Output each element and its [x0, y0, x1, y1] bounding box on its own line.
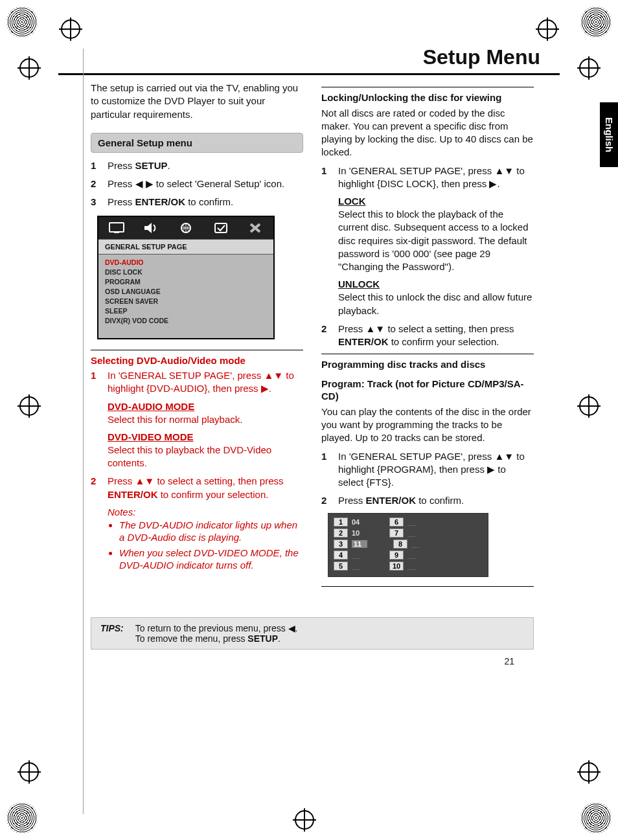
track-cell: 4__ — [334, 551, 363, 560]
crop-mark-icon — [580, 6, 612, 38]
track-value: __ — [407, 529, 419, 537]
track-row: 4__9__ — [334, 551, 483, 560]
mode-dvd-video: DVD-VIDEO MODE — [108, 431, 303, 442]
step-text: Press ◀ ▶ to select 'General Setup' icon… — [108, 177, 303, 190]
step-text: Press ENTER/OK to confirm. — [338, 494, 534, 507]
track-slot-number: 8 — [393, 539, 407, 549]
step-text: Press ▲▼ to select a setting, then press… — [108, 475, 303, 501]
step-number: 2 — [321, 494, 332, 507]
speaker-icon — [137, 221, 166, 235]
tips-box: TIPS: To return to the previous menu, pr… — [91, 617, 534, 650]
page-margin-rule — [83, 49, 84, 814]
track-row: 5__10__ — [334, 562, 483, 571]
lock-step-2: 2 Press ▲▼ to select a setting, then pre… — [321, 323, 534, 349]
track-slot-number: 10 — [389, 562, 404, 571]
track-value: __ — [407, 551, 419, 559]
left-right-arrow-icon: ◀ ▶ — [135, 178, 154, 189]
registration-mark-icon — [19, 396, 39, 416]
section-rule — [321, 586, 534, 587]
header-rule — [58, 73, 560, 75]
svg-rect-1 — [114, 232, 119, 233]
track-value: __ — [352, 551, 363, 559]
close-icon — [241, 221, 269, 235]
step-number: 2 — [321, 323, 332, 349]
lock-intro: Not all discs are rated or coded by the … — [321, 107, 534, 159]
language-tab: English — [600, 102, 618, 167]
step-text: Press ENTER/OK to confirm. — [108, 196, 303, 209]
track-slot-number: 9 — [389, 551, 404, 560]
general-step-2: 2 Press ◀ ▶ to select 'General Setup' ic… — [91, 177, 303, 190]
registration-mark-icon — [579, 762, 599, 782]
subheading-programming: Programming disc tracks and discs — [321, 354, 534, 371]
right-arrow-icon: ▶ — [261, 383, 269, 394]
track-slot-number: 1 — [334, 517, 348, 527]
note-item: The DVD-AUDIO indicator lights up when a… — [119, 519, 303, 544]
step-number: 1 — [91, 159, 101, 172]
osd-menu-list: DVD-AUDIO DISC LOCK PROGRAM OSD LANGUAGE… — [98, 255, 273, 338]
mode-dvd-audio: DVD-AUDIO MODE — [108, 401, 303, 412]
prog-step-2: 2 Press ENTER/OK to confirm. — [321, 494, 534, 507]
up-down-arrow-icon: ▲▼ — [494, 451, 514, 462]
track-slot-number: 4 — [334, 551, 348, 560]
step-text: In 'GENERAL SETUP PAGE', press ▲▼ to hig… — [338, 165, 534, 191]
svg-rect-4 — [215, 223, 227, 233]
osd-title: GENERAL SETUP PAGE — [98, 239, 273, 255]
track-row: 3118__ — [334, 539, 483, 549]
mode-dvd-video-text: Select this to playback the DVD-Video co… — [108, 444, 303, 470]
step-number: 3 — [91, 196, 101, 209]
general-step-3: 3 Press ENTER/OK to confirm. — [91, 196, 303, 209]
page-number: 21 — [91, 656, 534, 666]
checkbox-icon — [207, 221, 235, 235]
left-column: The setup is carried out via the TV, ena… — [91, 82, 303, 591]
general-step-1: 1 Press SETUP. — [91, 159, 303, 172]
dvdav-step-1: 1 In 'GENERAL SETUP PAGE', press ▲▼ to h… — [91, 369, 303, 396]
notes-label: Notes: — [108, 506, 303, 517]
track-slot-number: 6 — [389, 517, 404, 527]
crop-mark-icon — [6, 802, 38, 834]
track-value: 04 — [352, 518, 363, 526]
osd-item: PROGRAM — [105, 278, 267, 286]
manual-page: Setup Menu English The setup is carried … — [0, 0, 618, 840]
page-title: Setup Menu — [58, 45, 560, 69]
track-cell: 6__ — [389, 517, 419, 527]
section-general-setup: General Setup menu — [91, 133, 303, 153]
osd-item: DISC LOCK — [105, 268, 267, 276]
track-row: 2107__ — [334, 528, 483, 538]
track-value: __ — [407, 562, 419, 570]
step-text: In 'GENERAL SETUP PAGE', press ▲▼ to hig… — [108, 369, 303, 396]
prog-step-1: 1 In 'GENERAL SETUP PAGE', press ▲▼ to h… — [321, 450, 534, 490]
registration-mark-icon — [19, 58, 39, 78]
left-arrow-icon: ◀ — [288, 623, 295, 633]
registration-mark-icon — [538, 19, 557, 39]
step-number: 1 — [321, 450, 332, 490]
track-cell: 7__ — [389, 528, 419, 538]
track-slot-number: 5 — [334, 562, 348, 571]
globe-icon — [172, 221, 200, 235]
right-column: Locking/Unlocking the disc for viewing N… — [321, 82, 534, 591]
right-arrow-icon: ▶ — [489, 178, 497, 189]
content-columns: The setup is carried out via the TV, ena… — [91, 82, 534, 591]
osd-item-selected: DVD-AUDIO — [105, 258, 267, 266]
intro-text: The setup is carried out via the TV, ena… — [91, 82, 303, 121]
track-value: 10 — [352, 529, 363, 537]
option-unlock-text: Select this to unlock the disc and allow… — [338, 291, 534, 317]
svg-marker-2 — [144, 223, 152, 233]
registration-mark-icon — [579, 58, 599, 78]
dvdav-step-2: 2 Press ▲▼ to select a setting, then pre… — [91, 475, 303, 501]
osd-tab-bar — [98, 217, 273, 239]
step-text: Press ▲▼ to select a setting, then press… — [338, 323, 534, 349]
registration-mark-icon — [61, 19, 80, 39]
svg-rect-0 — [109, 223, 124, 232]
step-text: In 'GENERAL SETUP PAGE', press ▲▼ to hig… — [338, 450, 534, 490]
osd-item: SLEEP — [105, 307, 267, 315]
track-cell: 104 — [334, 517, 363, 527]
track-cell: 9__ — [389, 551, 419, 560]
track-slot-number: 3 — [334, 539, 348, 549]
tips-text: To return to the previous menu, press ◀.… — [135, 623, 298, 644]
step-number: 2 — [91, 475, 101, 501]
step-number: 2 — [91, 177, 101, 190]
up-down-arrow-icon: ▲▼ — [494, 165, 514, 176]
up-down-arrow-icon: ▲▼ — [366, 323, 385, 334]
step-text: Press SETUP. — [108, 159, 303, 172]
track-value: 11 — [352, 540, 367, 548]
